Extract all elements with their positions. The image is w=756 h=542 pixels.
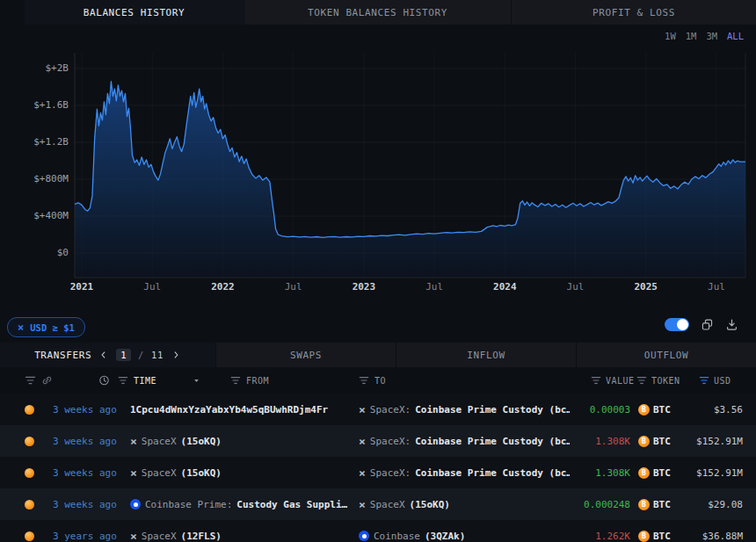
usd-filter-icon-active[interactable]	[699, 375, 709, 386]
from-address-link[interactable]: ×SpaceX(15oKQ)	[130, 436, 359, 447]
value-amount: 1.308K	[570, 436, 630, 447]
y-tick-label: $+1.2B	[33, 136, 69, 148]
bitcoin-chain-icon	[25, 531, 34, 541]
usd-filter-label: USD ≥ $1	[30, 322, 75, 333]
token-symbol: BTC	[653, 404, 671, 416]
top-tab-spacer	[0, 0, 25, 25]
column-header-from[interactable]: FROM	[246, 376, 269, 386]
tab-profit-and-loss[interactable]: PROFIT & LOSS	[511, 0, 756, 25]
table-row[interactable]: 3 weeks agoCoinbase Prime:Custody Gas Su…	[0, 488, 756, 520]
copy-icon[interactable]	[701, 318, 714, 331]
portfolio-dashboard: BALANCES HISTORY TOKEN BALANCES HISTORY …	[0, 0, 756, 542]
from-address-link[interactable]: ×SpaceX(15oKQ)	[130, 467, 359, 479]
spacex-icon: ×	[359, 467, 366, 479]
btc-token-icon: B	[638, 467, 650, 479]
column-header-token[interactable]: TOKEN	[651, 376, 680, 386]
time-link[interactable]: 3 weeks ago	[53, 436, 130, 447]
range-1m[interactable]: 1M	[686, 31, 697, 41]
bitcoin-chain-icon	[25, 437, 34, 446]
to-address-link[interactable]: Coinbase(3QZAk)	[359, 531, 570, 542]
tab-swaps[interactable]: SWAPS	[215, 343, 396, 367]
from-address-link[interactable]: 1Cpcu4dWnxYzaYabxYb4w5qBUwhRDjm4Fr	[130, 404, 359, 416]
x-tick-label: 2025	[635, 281, 658, 293]
x-tick-label: 2023	[353, 281, 376, 293]
coinbase-icon	[359, 531, 369, 541]
clock-icon[interactable]	[98, 375, 110, 387]
time-link[interactable]: 3 weeks ago	[53, 499, 130, 510]
bitcoin-chain-icon	[25, 468, 34, 478]
range-3m[interactable]: 3M	[706, 31, 717, 41]
spacex-icon: ×	[359, 436, 366, 447]
column-header-to[interactable]: TO	[374, 376, 386, 386]
page-total: 11	[151, 350, 164, 360]
usd-toggle[interactable]	[665, 318, 689, 331]
address-label: Coinbase Prime Custody (bc…	[415, 404, 570, 416]
chevron-left-icon[interactable]	[98, 349, 109, 361]
to-address-link[interactable]: ×SpaceX(15oKQ)	[359, 499, 570, 510]
entity-name: SpaceX:	[370, 404, 411, 416]
y-tick-label: $+2B	[46, 62, 69, 74]
table-row[interactable]: 3 years ago×SpaceX(12FLS)Coinbase(3QZAk)…	[0, 520, 756, 542]
address-label: (15oKQ)	[181, 467, 222, 479]
column-header-time[interactable]: TIME	[134, 376, 156, 386]
usd-amount: $29.08	[681, 499, 756, 510]
time-link[interactable]: 3 weeks ago	[53, 404, 130, 416]
chevron-right-icon[interactable]	[171, 349, 181, 361]
range-all[interactable]: ALL	[727, 31, 744, 41]
table-row[interactable]: 3 weeks ago×SpaceX(15oKQ)×SpaceX:Coinbas…	[0, 457, 756, 488]
balance-area-chart[interactable]	[0, 25, 756, 279]
close-icon[interactable]: ×	[18, 322, 24, 333]
from-address-link[interactable]: Coinbase Prime:Custody Gas Suppli…	[130, 499, 359, 510]
caret-down-icon[interactable]	[192, 376, 201, 386]
tab-balances-history[interactable]: BALANCES HISTORY	[25, 0, 244, 25]
time-link[interactable]: 3 weeks ago	[53, 467, 130, 479]
download-icon[interactable]	[725, 318, 738, 331]
to-address-link[interactable]: ×SpaceX:Coinbase Prime Custody (bc…	[359, 467, 570, 479]
bitcoin-chain-icon	[25, 500, 34, 509]
tab-token-balances-history[interactable]: TOKEN BALANCES HISTORY	[244, 0, 511, 25]
table-row[interactable]: 3 weeks ago1Cpcu4dWnxYzaYabxYb4w5qBUwhRD…	[0, 394, 756, 425]
value-filter-icon[interactable]	[591, 375, 601, 386]
column-header-usd[interactable]: USD	[714, 376, 731, 386]
from-filter-icon[interactable]	[230, 375, 241, 386]
filter-row: × USD ≥ $1	[0, 314, 756, 341]
top-tab-bar: BALANCES HISTORY TOKEN BALANCES HISTORY …	[0, 0, 756, 25]
entity-name: Coinbase Prime:	[145, 499, 232, 510]
to-address-link[interactable]: ×SpaceX:Coinbase Prime Custody (bc…	[359, 404, 570, 416]
usd-filter-chip[interactable]: × USD ≥ $1	[7, 317, 85, 337]
address-label: 1Cpcu4dWnxYzaYabxYb4w5qBUwhRDjm4Fr	[130, 404, 328, 416]
range-1w[interactable]: 1W	[665, 31, 676, 41]
token-filter-icon[interactable]	[636, 375, 647, 386]
x-tick-label: Jul	[285, 281, 302, 293]
tab-outflow[interactable]: OUTFLOW	[576, 343, 756, 367]
chain-link-icon[interactable]	[41, 375, 53, 387]
spacex-icon: ×	[130, 467, 137, 479]
x-tick-label: 2021	[70, 281, 94, 293]
table-tab-bar: TRANSFERS 1 / 11 SWAPS INFLOW OUTFLOW	[0, 343, 756, 367]
spacex-icon: ×	[359, 404, 366, 416]
tab-transfers[interactable]: TRANSFERS 1 / 11	[0, 343, 215, 367]
transfers-table: 3 weeks ago1Cpcu4dWnxYzaYabxYb4w5qBUwhRD…	[0, 394, 756, 542]
balances-history-chart[interactable]: 1W1M3MALL $+2B$+1.6B$+1.2B$+800M$+400M$0…	[0, 25, 756, 303]
column-header-value[interactable]: VALUE	[606, 376, 635, 386]
entity-name: SpaceX	[142, 531, 177, 542]
usd-amount: $36.88M	[681, 531, 756, 542]
bitcoin-chain-icon	[25, 405, 34, 415]
filter-icon[interactable]	[25, 375, 36, 387]
table-controls	[665, 318, 738, 331]
btc-token-icon: B	[638, 531, 650, 542]
table-row[interactable]: 3 weeks ago×SpaceX(15oKQ)×SpaceX:Coinbas…	[0, 425, 756, 457]
address-label: (15oKQ)	[410, 499, 450, 510]
tab-inflow[interactable]: INFLOW	[396, 343, 576, 367]
y-tick-label: $+800M	[33, 173, 69, 184]
entity-name: SpaceX	[142, 436, 177, 447]
time-link[interactable]: 3 years ago	[53, 531, 130, 542]
x-tick-label: 2024	[493, 281, 517, 293]
from-address-link[interactable]: ×SpaceX(12FLS)	[130, 531, 359, 542]
time-filter-icon[interactable]	[118, 375, 128, 386]
usd-amount: $152.91M	[681, 467, 756, 479]
to-address-link[interactable]: ×SpaceX:Coinbase Prime Custody (bc…	[359, 436, 570, 447]
address-label: Coinbase Prime Custody (bc…	[415, 436, 570, 447]
to-filter-icon[interactable]	[359, 375, 369, 386]
entity-name: SpaceX:	[370, 436, 411, 447]
